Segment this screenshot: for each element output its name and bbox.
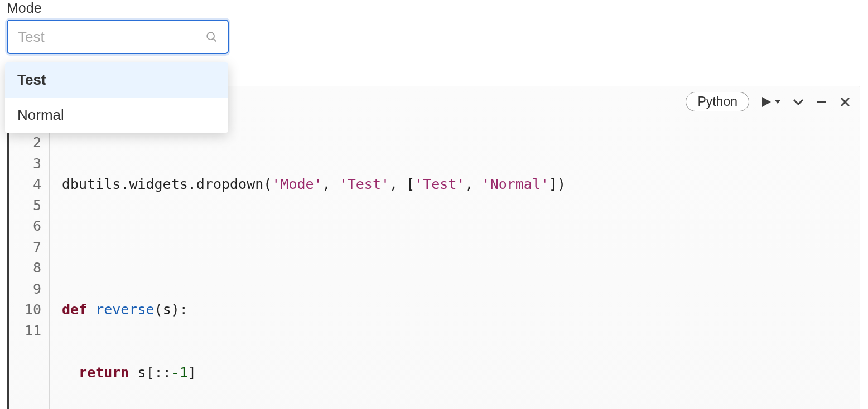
code-line[interactable]: return s[::-1] bbox=[62, 362, 566, 383]
code-line[interactable]: dbutils.widgets.dropdown('Mode', 'Test',… bbox=[62, 174, 566, 195]
line-number: 5 bbox=[9, 195, 41, 216]
mode-dropdown-panel: Test Normal bbox=[5, 62, 228, 133]
code-content[interactable]: dbutils.widgets.dropdown('Mode', 'Test',… bbox=[50, 132, 566, 409]
line-number: 6 bbox=[9, 216, 41, 237]
line-number: 10 bbox=[9, 299, 41, 320]
line-gutter: 2 3 4 5 6 7 8 9 10 11 bbox=[9, 132, 50, 409]
notebook-cell: Python 2 3 4 5 6 7 8 9 10 11 dbutils.wid… bbox=[7, 86, 860, 409]
run-button-group[interactable] bbox=[759, 95, 782, 109]
caret-down-icon[interactable] bbox=[774, 98, 782, 106]
mode-combobox[interactable] bbox=[7, 20, 229, 54]
line-number: 9 bbox=[9, 279, 41, 300]
line-number: 4 bbox=[9, 174, 41, 195]
code-line[interactable]: def reverse(s): bbox=[62, 299, 566, 320]
svg-marker-3 bbox=[775, 100, 780, 104]
x-icon[interactable] bbox=[838, 95, 852, 109]
line-number: 3 bbox=[9, 153, 41, 174]
svg-line-1 bbox=[214, 39, 216, 42]
section-divider bbox=[0, 60, 868, 60]
svg-marker-2 bbox=[762, 97, 771, 107]
cell-toolbar: Python bbox=[686, 92, 852, 111]
svg-point-0 bbox=[207, 32, 214, 40]
line-number: 2 bbox=[9, 132, 41, 153]
dropdown-option-test[interactable]: Test bbox=[5, 62, 228, 98]
code-editor[interactable]: 2 3 4 5 6 7 8 9 10 11 dbutils.widgets.dr… bbox=[9, 86, 860, 409]
line-number: 7 bbox=[9, 237, 41, 258]
search-icon bbox=[205, 31, 218, 43]
minus-icon[interactable] bbox=[815, 95, 828, 109]
line-number: 11 bbox=[9, 320, 41, 342]
chevron-down-icon[interactable] bbox=[792, 95, 805, 109]
code-line[interactable] bbox=[62, 237, 566, 258]
widget-label: Mode bbox=[7, 0, 861, 16]
line-number: 8 bbox=[9, 257, 41, 279]
play-icon[interactable] bbox=[759, 95, 773, 109]
language-selector[interactable]: Python bbox=[686, 92, 749, 111]
dropdown-option-normal[interactable]: Normal bbox=[5, 98, 228, 133]
mode-combobox-input[interactable] bbox=[18, 28, 201, 46]
